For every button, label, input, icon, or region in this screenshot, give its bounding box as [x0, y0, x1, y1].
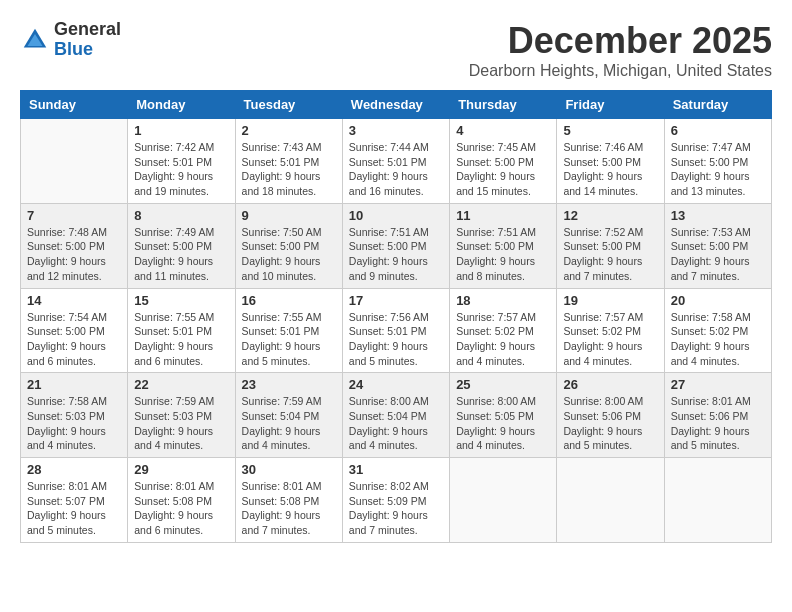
day-info: Sunrise: 7:46 AM Sunset: 5:00 PM Dayligh… [563, 140, 657, 199]
calendar-week-4: 21Sunrise: 7:58 AM Sunset: 5:03 PM Dayli… [21, 373, 772, 458]
table-row [557, 458, 664, 543]
day-info: Sunrise: 8:00 AM Sunset: 5:04 PM Dayligh… [349, 394, 443, 453]
day-info: Sunrise: 8:01 AM Sunset: 5:07 PM Dayligh… [27, 479, 121, 538]
table-row: 7Sunrise: 7:48 AM Sunset: 5:00 PM Daylig… [21, 203, 128, 288]
day-number: 15 [134, 293, 228, 308]
day-number: 23 [242, 377, 336, 392]
table-row: 20Sunrise: 7:58 AM Sunset: 5:02 PM Dayli… [664, 288, 771, 373]
table-row [664, 458, 771, 543]
location: Dearborn Heights, Michigan, United State… [469, 62, 772, 80]
table-row: 2Sunrise: 7:43 AM Sunset: 5:01 PM Daylig… [235, 119, 342, 204]
day-number: 21 [27, 377, 121, 392]
table-row [21, 119, 128, 204]
table-row: 14Sunrise: 7:54 AM Sunset: 5:00 PM Dayli… [21, 288, 128, 373]
logo-general: General [54, 20, 121, 40]
day-number: 16 [242, 293, 336, 308]
day-info: Sunrise: 7:42 AM Sunset: 5:01 PM Dayligh… [134, 140, 228, 199]
col-friday: Friday [557, 91, 664, 119]
table-row: 12Sunrise: 7:52 AM Sunset: 5:00 PM Dayli… [557, 203, 664, 288]
month-title: December 2025 [469, 20, 772, 62]
logo-text: General Blue [54, 20, 121, 60]
day-number: 30 [242, 462, 336, 477]
table-row: 27Sunrise: 8:01 AM Sunset: 5:06 PM Dayli… [664, 373, 771, 458]
table-row: 11Sunrise: 7:51 AM Sunset: 5:00 PM Dayli… [450, 203, 557, 288]
day-info: Sunrise: 7:57 AM Sunset: 5:02 PM Dayligh… [563, 310, 657, 369]
day-info: Sunrise: 7:43 AM Sunset: 5:01 PM Dayligh… [242, 140, 336, 199]
col-saturday: Saturday [664, 91, 771, 119]
calendar-week-1: 1Sunrise: 7:42 AM Sunset: 5:01 PM Daylig… [21, 119, 772, 204]
table-row: 23Sunrise: 7:59 AM Sunset: 5:04 PM Dayli… [235, 373, 342, 458]
table-row: 22Sunrise: 7:59 AM Sunset: 5:03 PM Dayli… [128, 373, 235, 458]
day-info: Sunrise: 7:49 AM Sunset: 5:00 PM Dayligh… [134, 225, 228, 284]
day-number: 6 [671, 123, 765, 138]
day-number: 2 [242, 123, 336, 138]
day-info: Sunrise: 7:55 AM Sunset: 5:01 PM Dayligh… [134, 310, 228, 369]
day-number: 19 [563, 293, 657, 308]
day-number: 25 [456, 377, 550, 392]
title-section: December 2025 Dearborn Heights, Michigan… [469, 20, 772, 80]
day-info: Sunrise: 8:01 AM Sunset: 5:06 PM Dayligh… [671, 394, 765, 453]
table-row: 8Sunrise: 7:49 AM Sunset: 5:00 PM Daylig… [128, 203, 235, 288]
day-number: 14 [27, 293, 121, 308]
day-number: 27 [671, 377, 765, 392]
day-number: 31 [349, 462, 443, 477]
day-info: Sunrise: 7:51 AM Sunset: 5:00 PM Dayligh… [349, 225, 443, 284]
day-number: 10 [349, 208, 443, 223]
col-thursday: Thursday [450, 91, 557, 119]
calendar-week-5: 28Sunrise: 8:01 AM Sunset: 5:07 PM Dayli… [21, 458, 772, 543]
day-info: Sunrise: 7:44 AM Sunset: 5:01 PM Dayligh… [349, 140, 443, 199]
table-row: 31Sunrise: 8:02 AM Sunset: 5:09 PM Dayli… [342, 458, 449, 543]
calendar-table: Sunday Monday Tuesday Wednesday Thursday… [20, 90, 772, 543]
table-row: 4Sunrise: 7:45 AM Sunset: 5:00 PM Daylig… [450, 119, 557, 204]
day-number: 28 [27, 462, 121, 477]
table-row: 15Sunrise: 7:55 AM Sunset: 5:01 PM Dayli… [128, 288, 235, 373]
day-info: Sunrise: 7:51 AM Sunset: 5:00 PM Dayligh… [456, 225, 550, 284]
calendar-week-3: 14Sunrise: 7:54 AM Sunset: 5:00 PM Dayli… [21, 288, 772, 373]
calendar-week-2: 7Sunrise: 7:48 AM Sunset: 5:00 PM Daylig… [21, 203, 772, 288]
day-info: Sunrise: 7:58 AM Sunset: 5:02 PM Dayligh… [671, 310, 765, 369]
header-row: Sunday Monday Tuesday Wednesday Thursday… [21, 91, 772, 119]
day-number: 20 [671, 293, 765, 308]
day-info: Sunrise: 7:56 AM Sunset: 5:01 PM Dayligh… [349, 310, 443, 369]
day-info: Sunrise: 8:01 AM Sunset: 5:08 PM Dayligh… [242, 479, 336, 538]
day-number: 22 [134, 377, 228, 392]
day-number: 11 [456, 208, 550, 223]
table-row: 26Sunrise: 8:00 AM Sunset: 5:06 PM Dayli… [557, 373, 664, 458]
table-row: 30Sunrise: 8:01 AM Sunset: 5:08 PM Dayli… [235, 458, 342, 543]
day-number: 24 [349, 377, 443, 392]
col-tuesday: Tuesday [235, 91, 342, 119]
table-row: 9Sunrise: 7:50 AM Sunset: 5:00 PM Daylig… [235, 203, 342, 288]
table-row: 28Sunrise: 8:01 AM Sunset: 5:07 PM Dayli… [21, 458, 128, 543]
day-number: 17 [349, 293, 443, 308]
day-info: Sunrise: 8:00 AM Sunset: 5:06 PM Dayligh… [563, 394, 657, 453]
table-row: 25Sunrise: 8:00 AM Sunset: 5:05 PM Dayli… [450, 373, 557, 458]
table-row: 19Sunrise: 7:57 AM Sunset: 5:02 PM Dayli… [557, 288, 664, 373]
table-row [450, 458, 557, 543]
col-monday: Monday [128, 91, 235, 119]
day-number: 3 [349, 123, 443, 138]
page-header: General Blue December 2025 Dearborn Heig… [20, 20, 772, 80]
table-row: 6Sunrise: 7:47 AM Sunset: 5:00 PM Daylig… [664, 119, 771, 204]
day-info: Sunrise: 8:02 AM Sunset: 5:09 PM Dayligh… [349, 479, 443, 538]
day-info: Sunrise: 7:52 AM Sunset: 5:00 PM Dayligh… [563, 225, 657, 284]
day-number: 1 [134, 123, 228, 138]
day-info: Sunrise: 7:59 AM Sunset: 5:04 PM Dayligh… [242, 394, 336, 453]
calendar-body: 1Sunrise: 7:42 AM Sunset: 5:01 PM Daylig… [21, 119, 772, 543]
table-row: 29Sunrise: 8:01 AM Sunset: 5:08 PM Dayli… [128, 458, 235, 543]
day-info: Sunrise: 7:59 AM Sunset: 5:03 PM Dayligh… [134, 394, 228, 453]
day-number: 26 [563, 377, 657, 392]
table-row: 16Sunrise: 7:55 AM Sunset: 5:01 PM Dayli… [235, 288, 342, 373]
day-number: 4 [456, 123, 550, 138]
logo-icon [20, 25, 50, 55]
day-info: Sunrise: 7:55 AM Sunset: 5:01 PM Dayligh… [242, 310, 336, 369]
table-row: 13Sunrise: 7:53 AM Sunset: 5:00 PM Dayli… [664, 203, 771, 288]
day-number: 7 [27, 208, 121, 223]
table-row: 24Sunrise: 8:00 AM Sunset: 5:04 PM Dayli… [342, 373, 449, 458]
day-info: Sunrise: 8:01 AM Sunset: 5:08 PM Dayligh… [134, 479, 228, 538]
col-wednesday: Wednesday [342, 91, 449, 119]
day-number: 12 [563, 208, 657, 223]
day-number: 13 [671, 208, 765, 223]
day-number: 18 [456, 293, 550, 308]
day-info: Sunrise: 8:00 AM Sunset: 5:05 PM Dayligh… [456, 394, 550, 453]
table-row: 1Sunrise: 7:42 AM Sunset: 5:01 PM Daylig… [128, 119, 235, 204]
